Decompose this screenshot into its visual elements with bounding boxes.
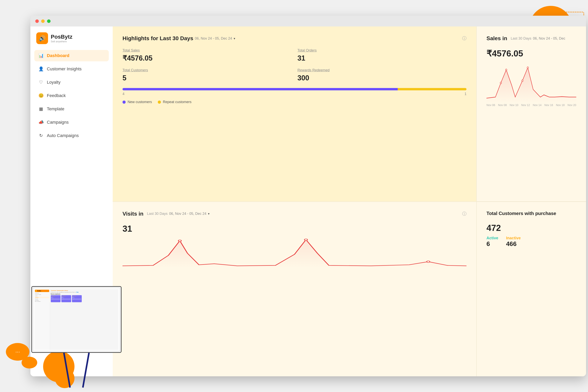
progress-labels: 4 1: [122, 92, 466, 96]
total-customers-value: 5: [122, 74, 292, 82]
x-label-2: Nov 08: [498, 104, 507, 106]
easel-leg-right: [82, 352, 90, 388]
total-sales-label: Total Sales: [122, 48, 292, 52]
active-label: Active: [486, 236, 498, 240]
highlights-stats-grid: Total Sales ₹4576.05 Total Orders 31 Tot…: [122, 48, 466, 82]
svg-point-6: [427, 261, 430, 262]
svg-point-0: [500, 82, 502, 84]
sidebar-item-customer-insights-label: Customer Insights: [47, 66, 82, 72]
traffic-light-yellow[interactable]: [41, 20, 45, 23]
sidebar-item-customer-insights[interactable]: 👤 Customer Insights: [34, 63, 109, 75]
repeat-customers-legend-item: Repeat customers: [158, 100, 192, 104]
sidebar-item-template[interactable]: ▦ Template: [34, 103, 109, 115]
sidebar-item-dashboard[interactable]: 📊 Dashboard: [34, 50, 109, 61]
highlights-title: Highlights for Last 30 Days: [122, 35, 193, 42]
active-count: 6: [486, 240, 498, 248]
highlights-dropdown-icon[interactable]: ▾: [234, 37, 235, 40]
svg-point-3: [527, 67, 528, 68]
total-orders-label: Total Orders: [298, 48, 467, 52]
repeat-customers-bar: [398, 88, 466, 90]
sidebar-item-feedback-label: Feedback: [47, 93, 66, 98]
sales-title-group: Sales in Last 30 Days 06, Nov 24 - 05, D…: [486, 35, 565, 42]
logo-text-area: PosBytz Sell anywhere: [51, 34, 72, 43]
x-label-6: Nov 16: [544, 104, 553, 106]
visits-date: 06, Nov 24 - 05, Dec 24: [169, 212, 206, 216]
sales-header: Sales in Last 30 Days 06, Nov 24 - 05, D…: [486, 35, 576, 42]
sidebar-item-loyalty-label: Loyalty: [47, 80, 60, 85]
logo-area: 🔊 PosBytz Sell anywhere: [34, 32, 109, 44]
sidebar-item-auto-campaigns-label: Auto Campaigns: [47, 133, 79, 138]
template-icon: ▦: [38, 106, 44, 112]
highlights-header: Highlights for Last 30 Days 06, Nov 24 -…: [122, 35, 466, 42]
feedback-icon: 😊: [38, 93, 44, 98]
svg-point-5: [304, 239, 308, 240]
active-customers: Active 6: [486, 236, 498, 248]
x-label-7: Nov 18: [556, 104, 564, 106]
repeat-customers-count: 1: [464, 92, 466, 96]
easel-leg-left: [63, 352, 71, 388]
highlights-card: Highlights for Last 30 Days 06, Nov 24 -…: [113, 26, 476, 202]
x-label-1: Nov 06: [486, 104, 495, 106]
sales-chart-svg: [486, 63, 576, 102]
sales-title: Sales in: [486, 35, 507, 42]
repeat-customers-legend-label: Repeat customers: [163, 100, 192, 104]
dashboard-icon: 📊: [38, 53, 44, 58]
app-tagline: Sell anywhere: [51, 40, 72, 43]
total-orders-stat: Total Orders 31: [298, 48, 467, 62]
sidebar-item-loyalty[interactable]: ♡ Loyalty: [34, 77, 109, 88]
customer-insights-icon: 👤: [38, 66, 44, 72]
progress-bar-track: [122, 88, 466, 90]
customers-status-grid: Active 6 Inactive 466: [486, 236, 576, 248]
visits-dropdown-icon[interactable]: ▾: [208, 212, 210, 216]
sales-period: Last 30 Days: [511, 36, 531, 40]
sidebar-item-auto-campaigns[interactable]: ↻ Auto Campaigns: [34, 130, 109, 141]
loyalty-icon: ♡: [38, 80, 44, 85]
visits-info-icon[interactable]: ⓘ: [462, 211, 466, 217]
inactive-label: Inactive: [506, 236, 520, 240]
inactive-count: 466: [506, 240, 520, 248]
highlights-info-icon[interactable]: ⓘ: [462, 36, 466, 41]
customers-header: Total Customers with purchase: [486, 211, 576, 216]
sidebar-item-campaigns[interactable]: 📣 Campaigns: [34, 116, 109, 128]
total-orders-value: 31: [298, 54, 467, 62]
rewards-value: 300: [298, 74, 467, 82]
total-customers-with-purchase-card: Total Customers with purchase 472 Active…: [476, 202, 586, 376]
x-label-3: Nov 10: [510, 104, 518, 106]
logo-icon: 🔊: [36, 32, 48, 44]
sidebar-item-feedback[interactable]: 😊 Feedback: [34, 90, 109, 101]
new-customers-legend-item: New customers: [122, 100, 152, 104]
speech-bubble-large: ···: [6, 343, 30, 361]
total-customers-card-value: 472: [486, 223, 576, 233]
visits-chart: [122, 236, 466, 268]
highlights-date: 06, Nov 24 - 05, Dec 24: [195, 36, 232, 40]
total-customers-stat: Total Customers 5: [122, 68, 292, 82]
x-label-4: Nov 12: [521, 104, 530, 106]
svg-point-4: [178, 240, 182, 242]
visits-chart-svg: [122, 236, 466, 268]
new-customers-dot: [122, 100, 126, 104]
visits-value: 31: [122, 224, 466, 234]
sidebar-item-template-label: Template: [47, 106, 64, 112]
browser-titlebar: [30, 16, 586, 26]
main-dashboard-area: Highlights for Last 30 Days 06, Nov 24 -…: [113, 26, 586, 376]
app-name: PosBytz: [51, 34, 72, 40]
sales-x-axis: Nov 06 Nov 08 Nov 10 Nov 12 Nov 14 Nov 1…: [486, 104, 576, 106]
traffic-light-red[interactable]: [35, 20, 39, 23]
visits-title-group: Visits in Last 30 Days 06, Nov 24 - 05, …: [122, 211, 210, 217]
new-customers-bar: [122, 88, 398, 90]
easel-board: PosBytz Dashboard Customer Insights Loya…: [31, 286, 122, 353]
sales-card: Sales in Last 30 Days 06, Nov 24 - 05, D…: [476, 26, 586, 202]
sales-chart: [486, 63, 576, 102]
visits-header: Visits in Last 30 Days 06, Nov 24 - 05, …: [122, 211, 466, 217]
visits-title: Visits in: [122, 211, 144, 217]
x-label-8: Nov 20: [568, 104, 576, 106]
visits-period: Last 30 Days: [147, 212, 168, 216]
auto-campaigns-icon: ↻: [38, 133, 44, 138]
traffic-light-green[interactable]: [47, 20, 50, 23]
campaigns-icon: 📣: [38, 120, 44, 125]
svg-point-2: [522, 80, 523, 82]
inactive-customers: Inactive 466: [506, 236, 520, 248]
customers-legend: New customers Repeat customers: [122, 100, 466, 104]
rewards-label: Rewards Redeemed: [298, 68, 467, 72]
sidebar-item-campaigns-label: Campaigns: [47, 120, 68, 125]
